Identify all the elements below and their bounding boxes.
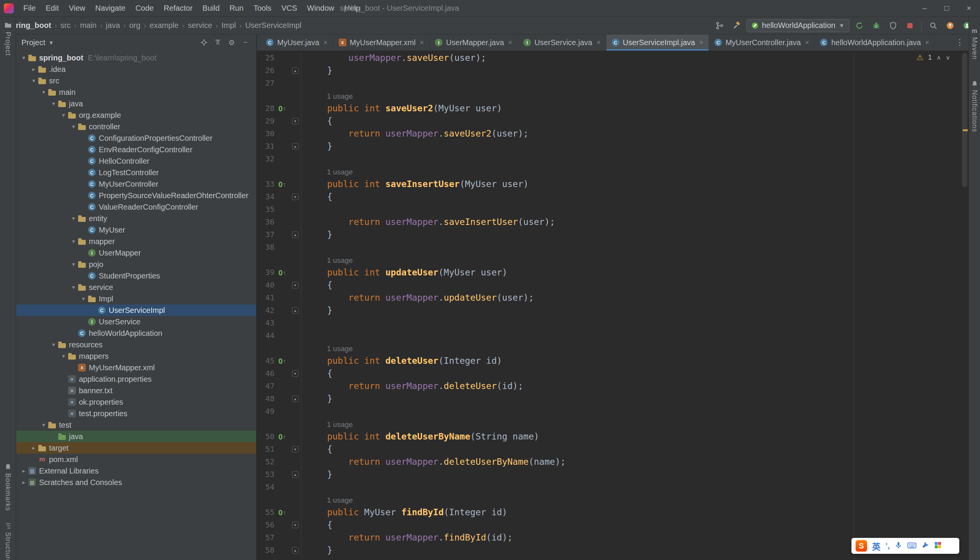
- breadcrumb-item-main[interactable]: main: [79, 21, 97, 30]
- tree-item-src[interactable]: ▾src: [16, 75, 256, 87]
- code-line[interactable]: 42▴ }: [257, 304, 961, 317]
- tree-item-test.properties[interactable]: ≡test.properties: [16, 408, 256, 419]
- ide-update-icon[interactable]: [943, 19, 957, 33]
- code-line[interactable]: 33O↑ public int saveInsertUser(MyUser us…: [257, 178, 961, 190]
- coverage-icon[interactable]: [886, 19, 900, 33]
- tab-UserMapper.java[interactable]: IUserMapper.java×: [430, 35, 518, 50]
- close-tab-icon[interactable]: ×: [323, 38, 328, 47]
- breadcrumb-item-UserServiceImpl[interactable]: UserServiceImpl: [245, 21, 303, 30]
- usage-hint[interactable]: 1 usage: [327, 496, 353, 504]
- tool-button-bookmarks[interactable]: Bookmarks: [0, 463, 16, 511]
- close-tab-icon[interactable]: ×: [925, 38, 930, 47]
- code-line[interactable]: 30 return userMapper.saveUser2(user);: [257, 127, 961, 140]
- chevron-open-icon[interactable]: ▾: [69, 215, 78, 222]
- chevron-open-icon[interactable]: ▾: [39, 89, 48, 96]
- tab-helloWorldApplication.java[interactable]: ChelloWorldApplication.java×: [814, 35, 935, 50]
- tree-item-application.properties[interactable]: ≡application.properties: [16, 373, 256, 385]
- code-line[interactable]: 39O↑ public int updateUser(MyUser user): [257, 266, 961, 279]
- chevron-open-icon[interactable]: ▾: [19, 54, 28, 61]
- fold-marker-icon[interactable]: ▾: [292, 282, 299, 288]
- tree-item-MyUserMapper.xml[interactable]: xMyUserMapper.xml: [16, 362, 256, 373]
- tree-item-ValueReaderConfigController[interactable]: CValueReaderConfigController: [16, 201, 256, 213]
- close-tab-icon[interactable]: ×: [508, 38, 513, 47]
- close-button[interactable]: ×: [958, 0, 980, 17]
- code-line[interactable]: 54: [257, 481, 961, 493]
- ime-grid-icon[interactable]: [934, 541, 942, 551]
- tool-button-structure[interactable]: Structure: [0, 523, 16, 560]
- code-line[interactable]: 1 usage: [257, 90, 961, 102]
- chevron-open-icon[interactable]: ▾: [59, 353, 68, 360]
- hide-panel-icon[interactable]: −: [240, 37, 251, 48]
- tree-item-test[interactable]: ▾test: [16, 419, 256, 431]
- code-line[interactable]: 49: [257, 405, 961, 418]
- tree-item-MyUser[interactable]: CMyUser: [16, 224, 256, 236]
- close-tab-icon[interactable]: ×: [420, 38, 424, 47]
- breadcrumb-item-java[interactable]: java: [105, 21, 121, 30]
- code-line[interactable]: 26▴ }: [257, 64, 961, 77]
- tree-item-Scratches and Consoles[interactable]: ▸▤Scratches and Consoles: [16, 477, 256, 488]
- code-line[interactable]: 43: [257, 317, 961, 329]
- code-line[interactable]: 38: [257, 241, 961, 253]
- tab-UserServiceImpl.java[interactable]: CUserServiceImpl.java×: [606, 35, 709, 50]
- ime-punctuation-icon[interactable]: ’,: [885, 542, 890, 550]
- ime-toolbox-icon[interactable]: [921, 541, 929, 551]
- breadcrumb-item-org[interactable]: org: [129, 21, 141, 30]
- select-opened-file-icon[interactable]: [199, 37, 209, 48]
- code-line[interactable]: 32: [257, 153, 961, 165]
- close-tab-icon[interactable]: ×: [699, 38, 704, 47]
- code-editor[interactable]: 25 userMapper.saveUser(user);26▴ }271 us…: [257, 51, 968, 560]
- next-problem-icon[interactable]: ∨: [945, 54, 950, 61]
- usage-hint[interactable]: 1 usage: [327, 345, 353, 353]
- tab-UserService.java[interactable]: IUserService.java×: [518, 35, 606, 50]
- tree-item-ConfigurationPropertiesController[interactable]: CConfigurationPropertiesController: [16, 132, 256, 144]
- code-line[interactable]: 53▴ }: [257, 468, 961, 481]
- code-line[interactable]: 1 usage: [257, 253, 961, 266]
- chevron-open-icon[interactable]: ▾: [69, 238, 78, 245]
- menu-navigate[interactable]: Navigate: [90, 0, 130, 17]
- code-line[interactable]: 56▾ {: [257, 519, 961, 531]
- tree-item-mapper[interactable]: ▾mapper: [16, 236, 256, 247]
- menu-window[interactable]: Window: [302, 0, 339, 17]
- tree-item-ok.properties[interactable]: ≡ok.properties: [16, 396, 256, 408]
- fold-marker-icon[interactable]: ▴: [292, 471, 299, 478]
- ime-keyboard-icon[interactable]: [907, 542, 916, 550]
- tree-item-UserService[interactable]: IUserService: [16, 316, 256, 327]
- override-marker-icon[interactable]: O↑: [274, 433, 290, 441]
- menu-code[interactable]: Code: [130, 0, 159, 17]
- chevron-open-icon[interactable]: ▾: [69, 123, 78, 130]
- fold-marker-icon[interactable]: ▴: [292, 547, 299, 553]
- code-line[interactable]: 27: [257, 77, 961, 90]
- code-line[interactable]: 51▾ {: [257, 443, 961, 455]
- menu-refactor[interactable]: Refactor: [159, 0, 197, 17]
- menu-view[interactable]: View: [64, 0, 90, 17]
- code-line[interactable]: 41 return userMapper.updateUser(user);: [257, 292, 961, 304]
- tree-item-target[interactable]: ▸target: [16, 442, 256, 454]
- scrollbar-thumb[interactable]: [962, 53, 967, 187]
- chevron-open-icon[interactable]: ▾: [79, 295, 88, 302]
- code-line[interactable]: 28O↑ public int saveUser2(MyUser user): [257, 102, 961, 115]
- code-line[interactable]: 1 usage: [257, 418, 961, 430]
- tree-item-java[interactable]: ▾java: [16, 98, 256, 109]
- code-line[interactable]: 1 usage: [257, 342, 961, 355]
- tree-item-LogTestController[interactable]: CLogTestController: [16, 167, 256, 178]
- tab-MyUserMapper.xml[interactable]: xMyUserMapper.xml×: [333, 35, 430, 50]
- usage-hint[interactable]: 1 usage: [327, 168, 353, 176]
- tree-item-.idea[interactable]: ▸.idea: [16, 63, 256, 75]
- chevron-open-icon[interactable]: ▾: [39, 422, 48, 428]
- tree-item-pojo[interactable]: ▾pojo: [16, 258, 256, 270]
- chevron-closed-icon[interactable]: ▸: [19, 479, 28, 486]
- tab-MyUserController.java[interactable]: CMyUserController.java×: [709, 35, 814, 50]
- override-marker-icon[interactable]: O↑: [274, 268, 290, 277]
- code-line[interactable]: 46▾ {: [257, 367, 961, 380]
- code-line[interactable]: 44: [257, 329, 961, 342]
- search-icon[interactable]: [926, 19, 940, 33]
- ime-mic-icon[interactable]: [895, 541, 902, 551]
- tree-item-MyUserController[interactable]: CMyUserController: [16, 178, 256, 190]
- code-line[interactable]: 55O↑ public MyUser findById(Integer id): [257, 506, 961, 519]
- usage-hint[interactable]: 1 usage: [327, 420, 353, 428]
- breadcrumb-item-Impl[interactable]: Impl: [221, 21, 237, 30]
- chevron-closed-icon[interactable]: ▸: [29, 66, 38, 73]
- code-line[interactable]: 40▾ {: [257, 279, 961, 292]
- fold-marker-icon[interactable]: ▾: [292, 370, 299, 377]
- fold-marker-icon[interactable]: ▴: [292, 143, 299, 150]
